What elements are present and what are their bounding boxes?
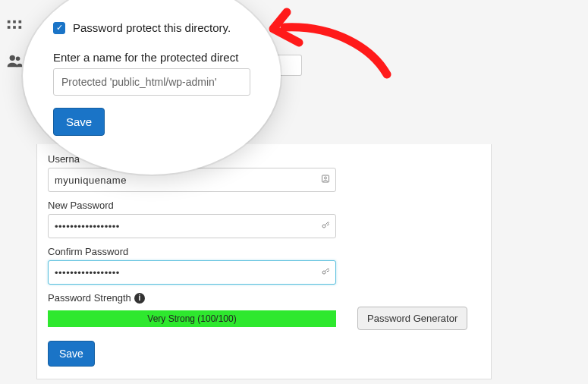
save-directory-button[interactable]: Save [53,108,105,136]
svg-point-10 [322,225,325,228]
users-icon[interactable] [6,52,23,69]
svg-point-7 [16,57,20,61]
callout-arrow [266,6,402,90]
svg-rect-1 [13,20,16,24]
password-protect-label: Password protect this directory. [73,21,231,34]
svg-rect-0 [8,20,11,24]
confirm-password-field[interactable] [48,260,336,285]
svg-rect-2 [19,20,22,24]
svg-point-6 [10,55,15,61]
svg-rect-3 [8,26,11,29]
svg-point-9 [325,177,327,179]
username-field[interactable] [48,168,336,192]
create-user-panel: Userna New Password Confirm Password Pas… [36,144,492,379]
password-strength-text: Password Strength [48,292,131,304]
password-protect-checkbox[interactable]: ✓ [53,22,65,34]
new-password-label: New Password [48,200,480,211]
confirm-password-label: Confirm Password [48,246,480,257]
password-strength-label: Password Strength i [48,292,480,304]
svg-point-11 [322,271,325,274]
key-icon [321,267,330,279]
directory-name-label: Enter a name for the protected direct [53,51,259,64]
directory-name-field[interactable] [53,68,250,96]
password-strength-meter: Very Strong (100/100) [48,310,336,327]
info-icon[interactable]: i [134,293,145,304]
grid-icon[interactable] [6,19,23,36]
new-password-field[interactable] [48,214,336,238]
save-user-button[interactable]: Save [48,341,95,367]
svg-rect-4 [13,26,16,29]
contact-icon [321,175,330,186]
svg-rect-5 [19,26,22,29]
password-generator-button[interactable]: Password Generator [357,307,467,330]
key-icon [321,221,330,232]
